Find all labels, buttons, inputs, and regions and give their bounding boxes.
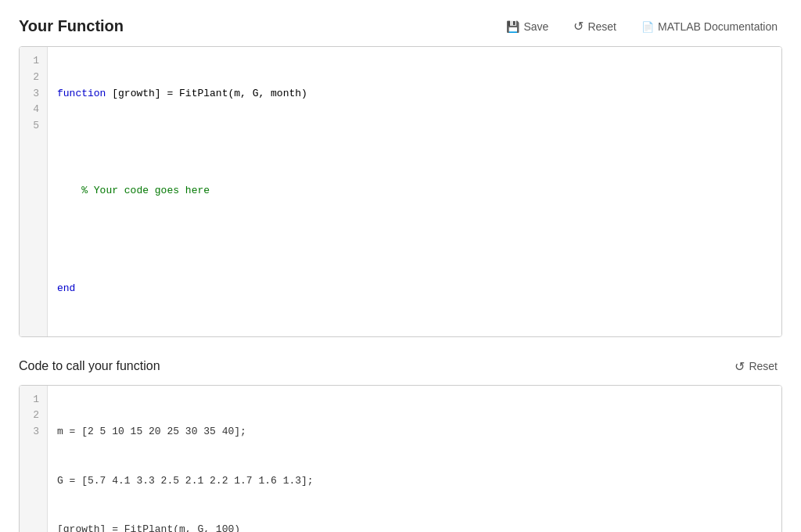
line-num-3: 3 [27,86,39,102]
line-num-2: 2 [27,70,39,86]
call-line-numbers: 1 2 3 [20,386,48,532]
line-num-4: 4 [27,102,39,118]
reset-call-icon [735,359,745,374]
reset-function-button[interactable]: Reset [569,16,621,37]
reset-label: Reset [587,20,616,33]
function-code-content[interactable]: function [growth] = FitPlant(m, G, month… [48,47,781,336]
call-section-title: Code to call your function [19,359,160,373]
function-editor: 1 2 3 4 5 function [growth] = FitPlant(m… [19,46,782,337]
save-label: Save [523,20,548,33]
matlab-icon [641,20,654,33]
call-line-num-1: 1 [27,392,39,408]
call-line-2: G = [5.7 4.1 3.3 2.5 2.1 2.2 1.7 1.6 1.3… [57,473,772,490]
line-num-1: 1 [27,53,39,70]
call-code-content[interactable]: m = [2 5 10 15 20 25 30 35 40]; G = [5.7… [48,386,781,532]
reset-call-label: Reset [749,360,778,372]
call-section-header: Code to call your function Reset [19,356,782,377]
page-title: Your Function [19,17,124,35]
function-line-numbers: 1 2 3 4 5 [20,47,48,336]
header-actions: Save Reset MATLAB Documentation [501,16,782,37]
function-line-5: end [57,281,772,297]
matlab-docs-button[interactable]: MATLAB Documentation [637,16,782,36]
reset-call-button[interactable]: Reset [730,356,782,377]
save-button[interactable]: Save [501,16,553,36]
line-num-5: 5 [27,118,39,135]
function-line-4 [57,232,772,249]
call-code-area[interactable]: 1 2 3 m = [2 5 10 15 20 25 30 35 40]; G … [20,386,781,532]
function-line-1: function [growth] = FitPlant(m, G, month… [57,86,772,102]
save-icon [506,20,519,33]
function-code-area[interactable]: 1 2 3 4 5 function [growth] = FitPlant(m… [20,47,781,336]
page-header: Your Function Save Reset MATLAB Document… [19,16,782,37]
function-line-3: % Your code goes here [57,183,772,200]
call-editor: 1 2 3 m = [2 5 10 15 20 25 30 35 40]; G … [19,385,782,532]
call-line-1: m = [2 5 10 15 20 25 30 35 40]; [57,424,772,440]
function-line-2 [57,135,772,151]
matlab-docs-label: MATLAB Documentation [658,20,778,33]
call-line-3: [growth] = FitPlant(m, G, 100) [57,522,772,532]
call-line-num-3: 3 [27,424,39,440]
call-line-num-2: 2 [27,408,39,424]
reset-icon [573,19,584,34]
